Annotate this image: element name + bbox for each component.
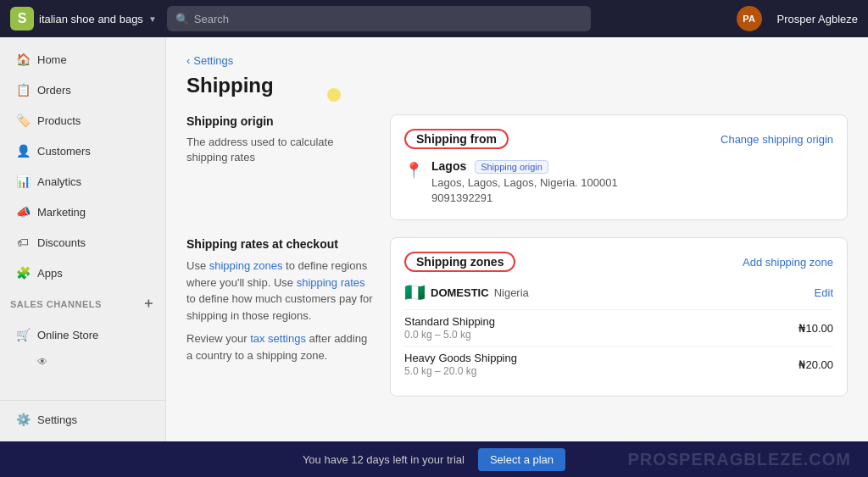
brand-name: italian shoe and bags <box>39 13 143 25</box>
sidebar-item-orders[interactable]: 📋 Orders <box>5 75 160 104</box>
section-desc-2: Review your tax settings after adding a … <box>186 330 373 363</box>
section-desc: The address used to calculate shipping r… <box>186 135 373 165</box>
main-layout: 🏠 Home 📋 Orders 🏷️ Products 👤 Customers … <box>0 37 868 441</box>
zone-row: 🇳🇬 DOMESTIC Nigeria Edit <box>404 282 833 302</box>
sidebar-item-customers[interactable]: 👤 Customers <box>5 136 160 165</box>
rate-name: Heavy Goods Shipping <box>404 352 798 364</box>
card-header: Shipping from Change shipping origin <box>404 129 833 149</box>
discounts-icon: 🏷 <box>15 235 31 250</box>
sidebar-item-label: Analytics <box>37 175 81 188</box>
zone-edit-link[interactable]: Edit <box>815 286 833 299</box>
change-shipping-origin-link[interactable]: Change shipping origin <box>721 133 833 146</box>
sidebar-item-products[interactable]: 🏷️ Products <box>5 106 160 135</box>
rate-range: 0.0 kg – 5.0 kg <box>404 329 798 341</box>
shipping-origin-card: Shipping from Change shipping origin 📍 L… <box>390 114 848 220</box>
sidebar-subitem-online-store-view[interactable]: 👁 <box>5 351 160 373</box>
sidebar-item-label: Products <box>37 114 81 127</box>
shipping-from-detail: 📍 Lagos Shipping origin Lagos, Lagos, La… <box>404 159 833 206</box>
customers-icon: 👤 <box>15 143 31 158</box>
location-details: Lagos Shipping origin Lagos, Lagos, Lago… <box>431 159 618 206</box>
card-header: Shipping zones Add shipping zone <box>404 252 833 272</box>
nigeria-flag-icon: 🇳🇬 <box>404 282 426 302</box>
location-name: Lagos <box>431 159 466 173</box>
origin-badge: Shipping origin <box>475 160 548 174</box>
rate-row-heavy: Heavy Goods Shipping 5.0 kg – 20.0 kg ₦2… <box>404 346 833 382</box>
settings-icon: ⚙️ <box>15 412 31 427</box>
shipping-zones-link[interactable]: shipping zones <box>209 259 283 272</box>
top-nav: S italian shoe and bags ▼ 🔍 PA Prosper A… <box>0 0 868 37</box>
tax-settings-link[interactable]: tax settings <box>250 332 306 345</box>
sidebar-item-online-store[interactable]: 🛒 Online Store <box>5 320 160 349</box>
shipping-rates-description: Shipping rates at checkout Use shipping … <box>186 237 373 397</box>
shipping-zones-card: Shipping zones Add shipping zone 🇳🇬 DOME… <box>390 237 848 397</box>
sidebar-item-label: Customers <box>37 145 91 158</box>
rate-info: Standard Shipping 0.0 kg – 5.0 kg <box>404 315 798 341</box>
shopify-logo-icon: S <box>10 7 34 31</box>
search-icon: 🔍 <box>175 13 189 25</box>
products-icon: 🏷️ <box>15 113 31 128</box>
shipping-zones-title: Shipping zones <box>404 252 515 272</box>
trial-text: You have 12 days left in your trial <box>303 453 465 466</box>
rate-price: ₦20.00 <box>798 358 833 371</box>
section-desc-1: Use shipping zones to define regions whe… <box>186 258 373 324</box>
location-address: Lagos, Lagos, Lagos, Nigeria. 100001 909… <box>431 175 618 206</box>
sidebar-item-settings[interactable]: ⚙️ Settings <box>5 405 160 434</box>
sidebar-item-label: Settings <box>37 413 77 426</box>
sidebar: 🏠 Home 📋 Orders 🏷️ Products 👤 Customers … <box>0 37 166 441</box>
sidebar-item-analytics[interactable]: 📊 Analytics <box>5 167 160 196</box>
sidebar-item-discounts[interactable]: 🏷 Discounts <box>5 228 160 257</box>
breadcrumb[interactable]: ‹ Settings <box>186 54 848 67</box>
shipping-from-title: Shipping from <box>404 129 509 149</box>
page-title: Shipping <box>186 74 848 97</box>
brand-dropdown-icon[interactable]: ▼ <box>148 14 157 24</box>
select-plan-button[interactable]: Select a plan <box>478 448 565 471</box>
shipping-rates-section: Shipping rates at checkout Use shipping … <box>186 237 848 397</box>
avatar[interactable]: PA <box>737 6 762 31</box>
sidebar-item-home[interactable]: 🏠 Home <box>5 45 160 74</box>
rate-row-standard: Standard Shipping 0.0 kg – 5.0 kg ₦10.00 <box>404 309 833 346</box>
sidebar-item-label: Orders <box>37 84 71 97</box>
breadcrumb-separator: ‹ <box>186 54 190 67</box>
online-store-icon: 🛒 <box>15 327 31 342</box>
sidebar-item-label: Discounts <box>37 236 86 249</box>
brand[interactable]: S italian shoe and bags ▼ <box>10 7 157 31</box>
username: Prosper Agbleze <box>777 13 858 25</box>
rate-price: ₦10.00 <box>798 322 833 335</box>
orders-icon: 📋 <box>15 82 31 97</box>
home-icon: 🏠 <box>15 52 31 67</box>
breadcrumb-parent: Settings <box>193 54 233 67</box>
shipping-origin-section: Shipping origin The address used to calc… <box>186 114 848 220</box>
zone-country: Nigeria <box>494 286 815 299</box>
watermark: PROSPERAGBLEZE.COM <box>627 450 851 469</box>
search-bar[interactable]: 🔍 <box>167 6 591 31</box>
sidebar-item-label: Home <box>37 53 67 66</box>
shipping-rates-link[interactable]: shipping rates <box>297 276 365 289</box>
search-input[interactable] <box>194 13 582 25</box>
sales-channels-header: SALES CHANNELS ＋ <box>0 288 165 319</box>
add-shipping-zone-link[interactable]: Add shipping zone <box>743 256 833 269</box>
location-pin-icon: 📍 <box>404 161 423 180</box>
section-title: Shipping rates at checkout <box>186 237 373 251</box>
sidebar-item-label: Online Store <box>37 329 98 341</box>
sidebar-item-label: Apps <box>37 267 63 280</box>
sidebar-item-marketing[interactable]: 📣 Marketing <box>5 197 160 226</box>
add-sales-channel-icon[interactable]: ＋ <box>142 295 156 313</box>
sidebar-item-apps[interactable]: 🧩 Apps <box>5 258 160 287</box>
rate-range: 5.0 kg – 20.0 kg <box>404 365 798 377</box>
sidebar-item-label: Marketing <box>37 206 86 219</box>
zone-name: DOMESTIC <box>431 286 489 299</box>
marketing-icon: 📣 <box>15 204 31 219</box>
analytics-icon: 📊 <box>15 174 31 189</box>
section-title: Shipping origin <box>186 114 373 128</box>
main-content: ‹ Settings Shipping Shipping origin The … <box>166 37 868 441</box>
apps-icon: 🧩 <box>15 265 31 280</box>
rate-info: Heavy Goods Shipping 5.0 kg – 20.0 kg <box>404 352 798 377</box>
rate-name: Standard Shipping <box>404 315 798 328</box>
trial-banner: You have 12 days left in your trial Sele… <box>0 441 868 477</box>
shipping-origin-description: Shipping origin The address used to calc… <box>186 114 373 220</box>
